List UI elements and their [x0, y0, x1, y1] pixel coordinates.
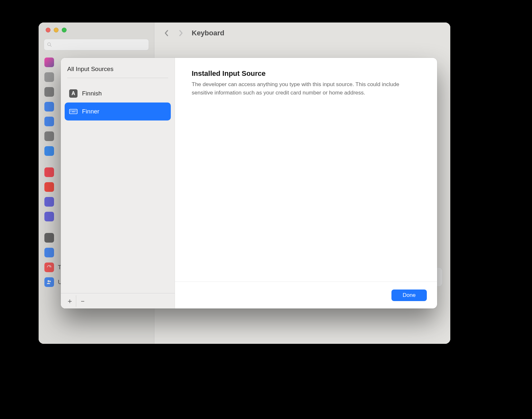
- svg-rect-11: [74, 110, 75, 111]
- window-controls: [39, 22, 154, 32]
- detail-title: Installed Input Source: [192, 69, 420, 78]
- input-source-label: Finnish: [82, 90, 102, 97]
- done-button[interactable]: Done: [391, 290, 427, 301]
- close-button[interactable]: [46, 28, 50, 32]
- search-icon: [47, 42, 52, 48]
- add-source-button[interactable]: ＋: [63, 295, 76, 307]
- users-icon: [44, 277, 54, 287]
- svg-line-1: [50, 45, 51, 47]
- svg-rect-15: [76, 111, 76, 112]
- divider: [67, 78, 168, 78]
- lock-icon: [44, 233, 54, 243]
- letter-a-icon: A: [69, 89, 78, 98]
- screen-time-icon: [44, 212, 54, 221]
- sheet-footer: Done: [175, 281, 437, 308]
- svg-point-0: [48, 43, 50, 46]
- svg-point-2: [48, 280, 50, 282]
- titlebar: Keyboard: [154, 22, 450, 44]
- focus-icon: [44, 197, 54, 207]
- svg-rect-14: [72, 111, 75, 112]
- keyboard-icon: [69, 108, 78, 115]
- sheet-content: Installed Input Source The developer can…: [175, 58, 437, 281]
- input-source-finnish[interactable]: A Finnish: [65, 85, 171, 103]
- control-center-icon: [44, 72, 54, 82]
- minus-icon: －: [79, 296, 86, 306]
- sheet-sidebar: All Input Sources A Finnish Finner ＋ －: [61, 58, 175, 308]
- remove-source-button[interactable]: －: [76, 295, 89, 307]
- input-source-finner[interactable]: Finner: [65, 103, 171, 120]
- zoom-button[interactable]: [62, 28, 67, 32]
- chevron-left-icon: [164, 29, 169, 37]
- displays-icon: [44, 102, 54, 111]
- input-source-list: A Finnish Finner: [61, 82, 175, 293]
- minimize-button[interactable]: [54, 28, 59, 32]
- input-sources-sheet: All Input Sources A Finnish Finner ＋ －: [61, 58, 437, 308]
- svg-rect-8: [70, 110, 71, 111]
- spotlight-icon: [44, 131, 54, 141]
- siri-icon: [44, 146, 54, 156]
- svg-rect-12: [76, 110, 76, 111]
- fingerprint-icon: [44, 263, 54, 272]
- detail-body: The developer can access anything you ty…: [192, 80, 417, 97]
- forward-button[interactable]: [175, 27, 187, 39]
- plus-icon: ＋: [66, 296, 73, 306]
- sidebar-icon: [44, 58, 54, 67]
- svg-rect-9: [72, 110, 72, 111]
- sheet-main: Installed Input Source The developer can…: [175, 58, 437, 308]
- svg-point-3: [50, 281, 51, 282]
- svg-rect-13: [70, 111, 71, 112]
- sound-icon: [44, 182, 54, 192]
- chevron-right-icon: [178, 29, 183, 37]
- desktop-dock-icon: [44, 87, 54, 97]
- wallpaper-icon: [44, 117, 54, 126]
- sheet-sidebar-footer: ＋ －: [61, 293, 175, 308]
- svg-rect-10: [73, 110, 74, 111]
- sheet-sidebar-title: All Input Sources: [61, 58, 175, 78]
- privacy-icon: [44, 248, 54, 257]
- search-input[interactable]: [44, 39, 149, 50]
- notifications-icon: [44, 167, 54, 177]
- page-title: Keyboard: [192, 29, 224, 37]
- input-source-label: Finner: [82, 108, 99, 115]
- back-button[interactable]: [161, 27, 172, 39]
